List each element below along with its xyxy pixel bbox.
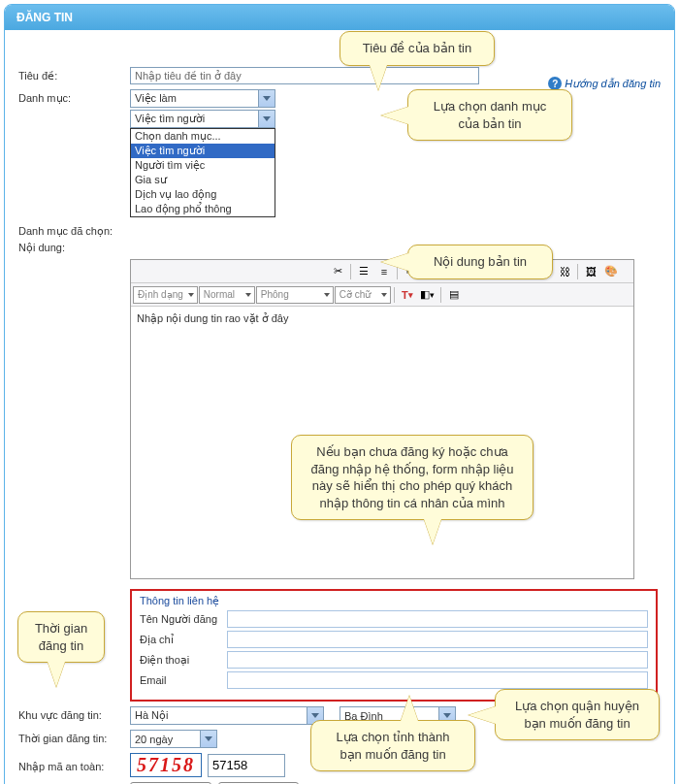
dropdown-item[interactable]: Chọn danh mục...: [131, 129, 275, 144]
unlink-icon[interactable]: ⛓: [555, 262, 574, 281]
textcolor-icon[interactable]: T▾: [398, 285, 417, 305]
contact-name-label: Tên Người đăng: [140, 613, 227, 626]
contact-email-input[interactable]: [227, 671, 648, 689]
panel-title: ĐĂNG TIN: [5, 5, 674, 30]
captcha-label: Nhập mã an toàn:: [18, 758, 130, 773]
cut-icon[interactable]: ✂: [328, 262, 347, 281]
callout-category: Lựa chọn danh mục của bản tin: [407, 89, 572, 141]
selected-category-label: Danh mục đã chọn:: [18, 225, 130, 238]
duration-select[interactable]: 20 ngày: [130, 730, 217, 748]
callout-content: Nội dung bản tin: [407, 245, 553, 279]
category2-value: Việc tìm người: [135, 113, 205, 125]
contact-email-label: Email: [140, 674, 227, 686]
panel-body: ? Hướng dẫn đăng tin Tiêu đề: Danh mục: …: [5, 30, 674, 784]
bullet-list-icon[interactable]: ☰: [354, 262, 373, 281]
callout-title: Tiêu đề của bản tin: [340, 31, 495, 66]
captcha-image: 57158: [130, 753, 202, 777]
toolbar-row-2: Định dạng Normal Phông Cỡ chữ T▾ ◧▾ ▤: [131, 283, 633, 307]
chevron-down-icon: [200, 731, 216, 747]
contact-phone-label: Điện thoại: [140, 654, 227, 667]
duration-label: Thời gian đăng tin:: [18, 730, 130, 745]
region-label: Khu vực đăng tin:: [18, 706, 130, 722]
format-combo[interactable]: Định dạng: [133, 286, 198, 304]
province-value: Hà Nội: [135, 709, 169, 722]
content-label: Nội dung:: [18, 242, 130, 254]
category-label: Danh mục:: [18, 89, 130, 105]
color-icon[interactable]: 🎨: [601, 262, 621, 281]
font-combo[interactable]: Phông: [256, 286, 334, 304]
normal-combo[interactable]: Normal: [199, 286, 255, 304]
chevron-down-icon: [258, 90, 275, 107]
contact-address-input[interactable]: [227, 631, 648, 648]
title-input[interactable]: [130, 67, 479, 84]
captcha-input[interactable]: [208, 754, 285, 777]
image-icon[interactable]: 🖼: [581, 262, 600, 281]
callout-contact: Nếu bạn chưa đăng ký hoặc chưa đăng nhập…: [291, 435, 534, 520]
contact-name-input[interactable]: [227, 610, 648, 628]
callout-province: Lựa chọn tỉnh thành bạn muốn đăng tin: [310, 720, 475, 771]
rich-editor: ✂ ☰ ≡ ⇤ ⇥ ≡ ≣ ≡ ≣ 🔗 ⛓: [130, 259, 634, 579]
contact-legend: Thông tin liên hệ: [140, 595, 648, 607]
contact-box: Thông tin liên hệ Tên Người đăng Địa chỉ…: [130, 589, 658, 702]
size-combo[interactable]: Cỡ chữ: [335, 286, 391, 304]
title-label: Tiêu đề:: [18, 67, 130, 82]
chevron-down-icon: [258, 111, 275, 127]
contact-phone-input[interactable]: [227, 651, 648, 669]
duration-value: 20 ngày: [135, 734, 173, 745]
contact-address-label: Địa chỉ: [140, 634, 227, 646]
post-panel: ĐĂNG TIN ? Hướng dẫn đăng tin Tiêu đề: D…: [4, 4, 675, 784]
category2-select[interactable]: Việc tìm người: [130, 110, 275, 128]
callout-duration: Thời gian đăng tin: [17, 611, 105, 663]
callout-district: Lựa chọn quận huyện bạn muốn đăng tin: [495, 689, 660, 740]
category1-value: Việc làm: [135, 92, 177, 105]
province-select[interactable]: Hà Nội: [130, 706, 324, 725]
bgcolor-icon[interactable]: ◧▾: [418, 285, 437, 305]
source-icon[interactable]: ▤: [444, 285, 464, 305]
category1-select[interactable]: Việc làm: [130, 89, 275, 108]
